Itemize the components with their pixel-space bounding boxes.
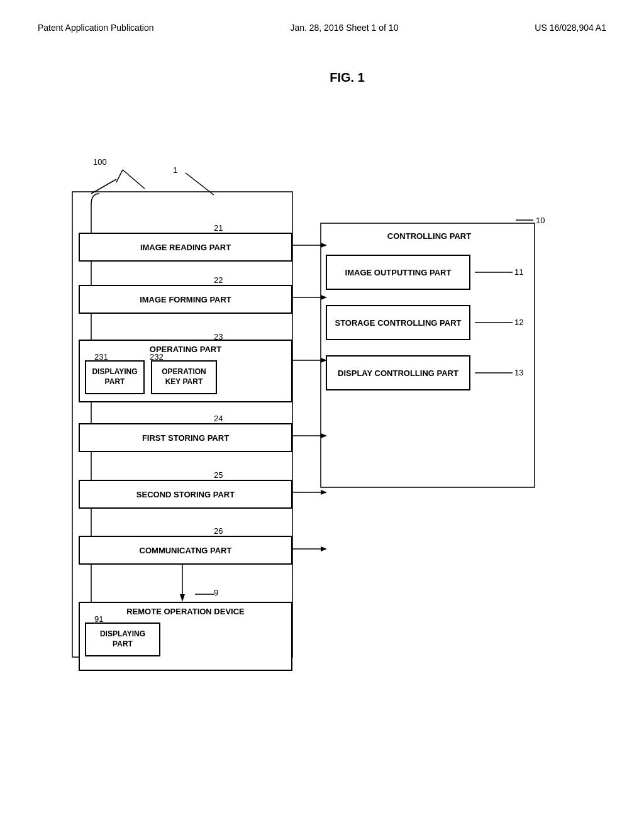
label-13: 13 bbox=[514, 368, 523, 377]
page-header: Patent Application Publication Jan. 28, … bbox=[0, 0, 644, 33]
label-26: 26 bbox=[214, 526, 223, 536]
second-storing-part-box: SECOND STORING PART bbox=[79, 480, 292, 509]
first-storing-part-box: FIRST STORING PART bbox=[79, 423, 292, 452]
label-10: 10 bbox=[536, 216, 545, 225]
label-22: 22 bbox=[214, 275, 223, 285]
label-25: 25 bbox=[214, 470, 223, 480]
image-reading-part-box: IMAGE READING PART bbox=[79, 233, 292, 262]
header-left: Patent Application Publication bbox=[38, 23, 153, 33]
display-controlling-part-box: DISPLAY CONTROLLING PART bbox=[326, 355, 470, 390]
label-11: 11 bbox=[514, 267, 523, 277]
header-right: US 16/028,904 A1 bbox=[535, 23, 606, 33]
svg-line-0 bbox=[123, 170, 145, 189]
storage-controlling-part-box: STORAGE CONTROLLING PART bbox=[326, 305, 470, 340]
label-12: 12 bbox=[514, 318, 523, 327]
communicating-part-box: COMMUNICATNG PART bbox=[79, 536, 292, 565]
image-outputting-part-box: IMAGE OUTPUTTING PART bbox=[326, 255, 470, 290]
svg-marker-25 bbox=[321, 490, 327, 495]
svg-line-2 bbox=[186, 173, 214, 195]
svg-marker-21 bbox=[321, 433, 327, 438]
displaying-part-231-box: DISPLAYING PART bbox=[85, 360, 145, 394]
svg-line-1 bbox=[116, 170, 123, 182]
label-21: 21 bbox=[214, 223, 223, 233]
diagram-area: 100 1 10 CONTROLLING PART 21 IMAGE READI… bbox=[0, 91, 644, 783]
figure-title: FIG. 1 bbox=[50, 70, 644, 85]
svg-marker-29 bbox=[321, 546, 327, 551]
svg-marker-13 bbox=[321, 295, 327, 300]
image-forming-part-box: IMAGE FORMING PART bbox=[79, 285, 292, 314]
displaying-part-91-box: DISPLAYING PART bbox=[85, 622, 160, 656]
label-24: 24 bbox=[214, 414, 223, 423]
svg-line-36 bbox=[91, 179, 116, 194]
svg-marker-31 bbox=[180, 594, 185, 602]
label-1: 1 bbox=[173, 165, 177, 175]
label-100: 100 bbox=[93, 157, 107, 167]
operation-key-part-box: OPERATION KEY PART bbox=[151, 360, 217, 394]
label-9: 9 bbox=[214, 588, 218, 597]
controlling-part-label: CONTROLLING PART bbox=[324, 226, 535, 246]
header-center: Jan. 28, 2016 Sheet 1 of 10 bbox=[290, 23, 398, 33]
